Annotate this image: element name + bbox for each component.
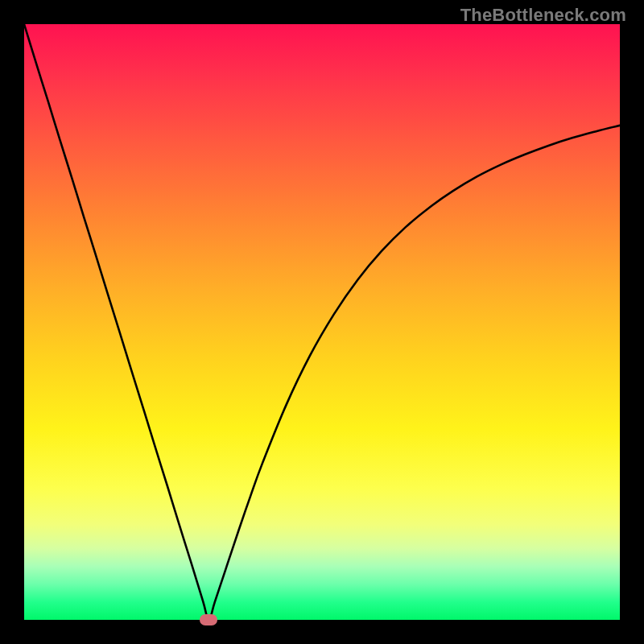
minimum-marker bbox=[200, 614, 217, 625]
plot-area bbox=[24, 24, 620, 620]
chart-frame: TheBottleneck.com bbox=[0, 0, 644, 644]
bottleneck-curve bbox=[24, 24, 620, 620]
watermark-label: TheBottleneck.com bbox=[460, 5, 626, 26]
